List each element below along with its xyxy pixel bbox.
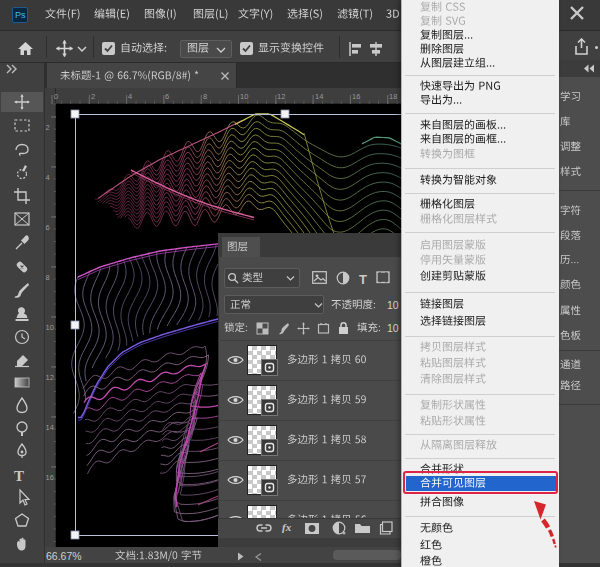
svg-text:16: 16 — [46, 473, 54, 482]
svg-text:T: T — [14, 468, 24, 484]
svg-text:4: 4 — [46, 173, 50, 182]
svg-text:12: 12 — [277, 92, 285, 101]
svg-text:0: 0 — [54, 92, 58, 101]
svg-text:2: 2 — [46, 123, 50, 132]
svg-text:18: 18 — [389, 92, 397, 101]
svg-text:14: 14 — [315, 92, 323, 101]
svg-text:16: 16 — [352, 92, 360, 101]
svg-text:8: 8 — [203, 92, 207, 101]
svg-text:10: 10 — [46, 323, 54, 332]
svg-text:10: 10 — [240, 92, 248, 101]
svg-text:4: 4 — [128, 92, 132, 101]
svg-text:2: 2 — [91, 92, 95, 101]
svg-text:6: 6 — [165, 92, 169, 101]
svg-text:12: 12 — [46, 373, 54, 382]
svg-text:14: 14 — [46, 423, 54, 432]
svg-text:8: 8 — [46, 273, 50, 282]
svg-text:6: 6 — [46, 223, 50, 232]
